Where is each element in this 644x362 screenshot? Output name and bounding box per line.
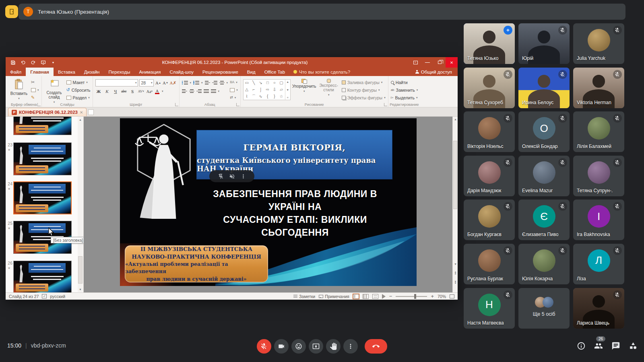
participant-tile[interactable]: Юлія Кокарча [518,244,570,284]
align-center-button[interactable] [189,89,194,93]
bullets-button[interactable] [182,81,188,84]
people-button[interactable]: 26 [593,341,604,352]
end-call-button[interactable] [365,339,387,354]
columns-button[interactable] [211,89,216,93]
ribbon-tab-Анимация[interactable]: Анимация [134,68,165,76]
find-button[interactable]: Найти [391,79,418,85]
slide-thumbnail-26[interactable]: 26 ★ [13,261,72,292]
clipboard-dialog-launcher[interactable] [37,103,41,106]
undo-button[interactable] [20,59,26,66]
zoom-in-button[interactable]: + [431,293,434,299]
participant-tile[interactable]: Evelina Mazur [518,156,570,196]
ribbon-tab-Вид[interactable]: Вид [243,68,260,76]
start-slideshow-button[interactable] [40,59,46,66]
zoom-out-button[interactable]: − [389,293,392,299]
previous-slide-button[interactable]: ▲▲ [453,271,458,276]
participant-tile[interactable]: ЄЄлизавета Пиво... [518,200,570,240]
quick-styles-button[interactable]: Экспресс-стили▾ [318,78,340,101]
shape-outline-button[interactable]: Контур фигуры▾ [342,87,386,93]
change-case-button[interactable]: Aa▾ [147,88,153,95]
mic-button[interactable] [257,339,271,354]
activities-button[interactable] [628,341,638,352]
slideshow-view-button[interactable] [382,294,386,299]
slide-thumbnail-24[interactable]: 24 ★ [13,181,72,214]
redo-button[interactable] [30,59,36,66]
participant-tile[interactable]: Лілія Балахмей [573,111,624,152]
cut-button[interactable]: ✂ [31,79,39,85]
participant-tile[interactable]: Julia Yarchuk [573,23,624,64]
numbering-button[interactable] [193,81,199,84]
participant-tile[interactable]: Лариса Швець [573,288,624,329]
shape-fill-button[interactable]: Заливка фигуры▾ [342,79,386,85]
convert-smartart-button[interactable]: ⇄▾ [230,95,238,101]
participant-tile[interactable]: Дарія Мандзюк [464,156,515,196]
share-button[interactable]: Общий доступ [410,68,458,76]
format-painter-button[interactable]: ✎ [31,95,39,101]
arrange-button[interactable]: Упорядочить▾ [293,78,316,101]
zoom-level[interactable]: 70% [438,294,446,299]
fit-to-window-button[interactable] [450,294,454,298]
italic-button[interactable]: К [104,88,110,95]
reactions-button[interactable] [291,339,306,354]
font-name-combo[interactable]: ▾ [95,79,138,86]
raise-hand-button[interactable] [326,339,341,354]
customize-qat-button[interactable]: ▾ [50,59,56,66]
participant-tile[interactable]: IIra Bakhnovska [573,200,624,240]
participant-tile[interactable]: Юрій [518,23,570,64]
more-options-button[interactable] [343,339,358,354]
line-spacing-button[interactable] [219,81,225,84]
participant-tile[interactable]: Богдан Кургаєв [464,200,515,240]
justify-button[interactable] [204,89,209,93]
select-button[interactable]: ▻Выделить▾ [391,95,418,101]
align-left-button[interactable] [182,89,187,93]
meeting-room-icon[interactable] [5,5,18,18]
participant-tile[interactable]: Тетяна Сухореб... [464,68,515,108]
participant-tile[interactable]: Ще 5 осіб [518,288,570,329]
unpin-icon[interactable] [218,173,224,179]
increase-indent-button[interactable] [212,81,217,84]
close-document-tab-icon[interactable]: ✕ [80,110,83,115]
reset-button[interactable]: ↺Сбросить [66,87,91,93]
participant-tile[interactable]: Тетяна Юзько [464,23,515,64]
align-right-button[interactable] [196,89,202,93]
slide-thumbnail-23[interactable]: 23 ★ [13,142,72,175]
ribbon-tab-Дизайн[interactable]: Дизайн [80,68,104,76]
bold-button[interactable]: Ж [95,88,101,95]
more-options-icon[interactable] [240,173,246,179]
reading-view-button[interactable] [372,294,378,299]
shrink-font-button[interactable]: А▼ [162,80,168,86]
restore-button[interactable] [433,57,446,68]
paste-button[interactable]: Вставить▾ [9,78,29,101]
next-slide-button[interactable]: ▼▼ [453,281,458,286]
participant-tile[interactable]: Вікторія Нізельс... [464,111,515,152]
document-tab[interactable]: P КОНФЕРЕНЦІЯ 06.12.2023 ✕ [8,108,87,116]
decrease-indent-button[interactable] [205,81,210,84]
language-indicator[interactable]: русский [50,294,65,299]
clear-formatting-button[interactable]: А✗ [169,80,176,86]
new-slide-button[interactable]: Создать слайд▾ [44,78,64,101]
ribbon-tab-Главная[interactable]: Главная [26,68,54,76]
zoom-slider[interactable] [396,296,427,297]
ribbon-tab-Вставка[interactable]: Вставка [54,68,80,76]
drawing-dialog-launcher[interactable] [384,103,387,106]
shape-effects-button[interactable]: Эффекты фигуры▾ [342,95,386,101]
tell-me-box[interactable]: Что вы хотите сделать? [289,68,354,76]
ribbon-tab-Слайд-шоу[interactable]: Слайд-шоу [165,68,198,76]
ribbon-tab-Переходы[interactable]: Переходы [104,68,134,76]
text-shadow-button[interactable]: S [129,88,135,95]
character-spacing-button[interactable]: AV▾ [138,88,144,95]
copy-button[interactable]: ▾ [31,87,39,93]
slide-sorter-view-button[interactable] [363,294,369,299]
slide-thumbnail[interactable] [13,117,72,135]
participant-tile[interactable]: ННастя Матвеєва [464,288,515,329]
meeting-details-button[interactable] [576,341,586,352]
slide-scrollbar[interactable]: ▲ ▼ ▲▲ ▼▼ [452,117,458,292]
font-dialog-launcher[interactable] [175,103,178,106]
align-text-button[interactable]: ▾ [230,87,238,93]
minimize-button[interactable]: — [421,57,433,68]
new-document-tab-button[interactable] [88,109,94,115]
shapes-gallery[interactable]: ▭╲↘□○▢ △⌐⌡⇨⇩▱ ⌇⌒∿{}☆ ▲▼≡ [243,79,291,100]
ribbon-tab-Файл[interactable]: Файл [6,68,26,76]
section-button[interactable]: Раздел▾ [66,95,91,101]
grow-font-button[interactable]: А▲ [155,80,161,86]
